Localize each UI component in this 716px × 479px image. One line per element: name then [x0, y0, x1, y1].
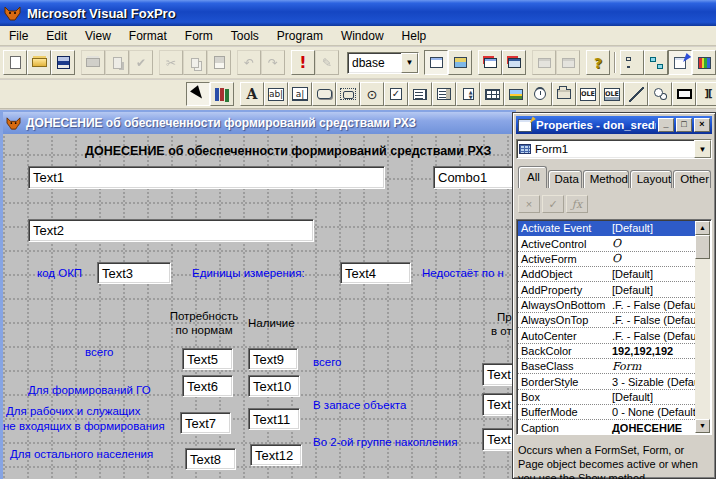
textbox-right-2[interactable]: Text — [482, 393, 516, 416]
label-v-zapase[interactable]: В запасе объекта — [313, 399, 406, 411]
scroll-down-icon[interactable]: ▼ — [695, 419, 710, 433]
menu-edit[interactable]: Edit — [37, 27, 76, 45]
tab-all[interactable]: All — [518, 166, 547, 188]
label-po-normam[interactable]: по нормам — [163, 324, 245, 336]
database-combo[interactable]: dbase ▼ — [347, 52, 419, 74]
check-button[interactable]: ✓ — [384, 82, 408, 106]
line-button[interactable] — [624, 82, 648, 106]
textbox-text1[interactable]: Text1 — [28, 166, 385, 189]
expression-builder-button[interactable]: ƒx — [566, 195, 588, 213]
redo-button[interactable]: ↷ — [261, 50, 285, 75]
label-vsego-left[interactable]: всего — [85, 346, 113, 358]
label-vo-2oy[interactable]: Во 2-ой группе накопления — [313, 436, 457, 448]
AddProperty[interactable]: AddProperty [Default] — [518, 282, 695, 297]
modify-button[interactable]: ✎ — [315, 50, 339, 75]
menu-format[interactable]: Format — [120, 27, 176, 45]
chevron-down-icon[interactable]: ▼ — [694, 140, 711, 158]
textbox-text5[interactable]: Text5 — [182, 348, 233, 370]
container-button[interactable] — [672, 82, 696, 106]
spinner-button[interactable] — [456, 82, 480, 106]
close-button[interactable]: × — [694, 118, 710, 132]
menu-view[interactable]: View — [76, 27, 120, 45]
form-design-surface[interactable]: ДОНЕСЕНИЕ об обеспеченности формирований… — [3, 134, 516, 479]
timer-button[interactable] — [528, 82, 552, 106]
editbox-button[interactable]: a| — [288, 82, 312, 106]
accept-value-button[interactable]: ✓ — [542, 195, 564, 213]
BaseClass[interactable]: BaseClass Form — [518, 359, 695, 374]
label-kod-okp[interactable]: код ОКП — [37, 267, 82, 279]
label-nalichie[interactable]: Наличие — [248, 317, 295, 329]
textbox-text8[interactable]: Text8 — [185, 448, 236, 470]
tab-other[interactable]: Other — [673, 170, 711, 188]
datasession-button[interactable] — [424, 50, 448, 75]
maximize-button[interactable]: □ — [676, 118, 692, 132]
minimize-button[interactable]: _ — [658, 118, 674, 132]
Caption[interactable]: Caption ДОНЕСЕНИЕ — [518, 420, 695, 435]
menu-window[interactable]: Window — [332, 27, 393, 45]
ole-button[interactable]: OLE — [576, 82, 600, 106]
props-button[interactable] — [668, 50, 692, 75]
separator-button[interactable]: ][ — [696, 82, 716, 106]
save-button[interactable] — [51, 50, 75, 75]
tab-data[interactable]: Data — [548, 170, 582, 188]
AutoCenter[interactable]: AutoCenter .F. - False (Default) — [518, 328, 695, 343]
browse-button[interactable] — [502, 50, 526, 75]
olebound-button[interactable]: OLE — [600, 82, 624, 106]
scroll-up-icon[interactable]: ▲ — [695, 221, 710, 235]
label-button[interactable]: A — [240, 82, 264, 106]
textbox-text7[interactable]: Text7 — [180, 412, 231, 434]
tab-methods[interactable]: Methods — [583, 170, 629, 188]
designer-titlebar[interactable]: ДОНЕСЕНИЕ об обеспеченности формирований… — [3, 112, 516, 134]
combobox-combo1[interactable]: Combo1 — [433, 166, 516, 189]
spell-button[interactable]: ✔ — [129, 50, 153, 75]
cut-button[interactable]: ✂ — [159, 50, 183, 75]
textbox-text2[interactable]: Text2 — [28, 219, 314, 242]
grid-button[interactable] — [480, 82, 504, 106]
open-button[interactable] — [27, 50, 51, 75]
textbox-right-3[interactable]: Text — [482, 428, 516, 451]
textbox-right-1[interactable]: Text — [482, 363, 516, 386]
option-button[interactable]: ⊙ — [360, 82, 384, 106]
print-button[interactable] — [81, 50, 105, 75]
properties-titlebar[interactable]: Properties - don_sredrhz _ □ × — [516, 116, 712, 134]
select-button[interactable] — [186, 82, 210, 106]
color-button[interactable] — [692, 50, 716, 75]
label-formirovaniy-go[interactable]: Для формирований ГО — [28, 384, 151, 396]
label-ostalnogo[interactable]: Для остального населения — [10, 448, 153, 460]
label-units[interactable]: Единицы измерения: — [192, 267, 305, 279]
ActiveControl[interactable]: ActiveControl O — [518, 236, 695, 251]
gtable1-button[interactable] — [532, 50, 556, 75]
preview-button[interactable] — [105, 50, 129, 75]
textbox-text3[interactable]: Text3 — [97, 262, 171, 284]
object-selector-combo[interactable]: Form1 ▼ — [516, 139, 712, 159]
image-button[interactable] — [504, 82, 528, 106]
menu-form[interactable]: Form — [176, 27, 222, 45]
label-rabochih-2[interactable]: не входящих в формирования — [3, 420, 165, 432]
listbox-button[interactable] — [432, 82, 456, 106]
form-header-label[interactable]: ДОНЕСЕНИЕ об обеспеченности формирований… — [85, 144, 515, 158]
db-button[interactable] — [448, 50, 472, 75]
cmdbutton-button[interactable] — [312, 82, 336, 106]
textbox-text10[interactable]: Text10 — [248, 375, 300, 397]
help-button[interactable]: ? — [586, 50, 610, 75]
classes-button[interactable] — [210, 82, 234, 106]
tab-layout[interactable]: Layout — [630, 170, 673, 188]
menu-program[interactable]: Program — [268, 27, 332, 45]
AlwaysOnBottom[interactable]: AlwaysOnBottom .F. - False (Default) — [518, 298, 695, 313]
chevron-down-icon[interactable]: ▼ — [401, 53, 418, 73]
viewwnd-button[interactable] — [478, 50, 502, 75]
cmdgroup-button[interactable] — [336, 82, 360, 106]
run-button[interactable]: ! — [291, 50, 315, 75]
menu-file[interactable]: File — [0, 27, 37, 45]
BackColor[interactable]: BackColor 192,192,192 — [518, 344, 695, 359]
AddObject[interactable]: AddObject [Default] — [518, 267, 695, 282]
pageframe-button[interactable] — [552, 82, 576, 106]
property-list-scrollbar[interactable]: ▲ ▼ — [695, 221, 710, 433]
scrollbar-thumb[interactable] — [695, 235, 710, 259]
Activate Event[interactable]: Activate Event [Default] — [518, 221, 695, 236]
dataenv-button[interactable] — [644, 50, 668, 75]
undo-button[interactable]: ↶ — [237, 50, 261, 75]
outline-button[interactable] — [620, 50, 644, 75]
BufferMode[interactable]: BufferMode 0 - None (Default) — [518, 405, 695, 420]
textbox-text11[interactable]: Text11 — [248, 408, 300, 430]
